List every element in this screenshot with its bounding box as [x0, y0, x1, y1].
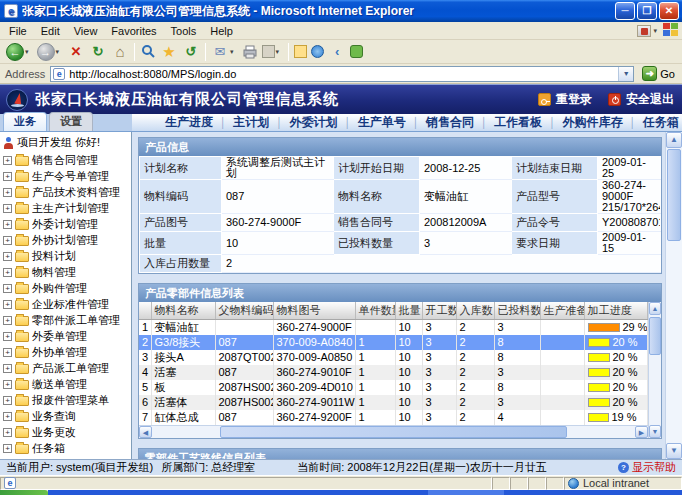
mail-caret-icon[interactable]: ▾ — [230, 48, 234, 56]
address-dropdown-button[interactable]: ▼ — [618, 67, 633, 81]
favorites-button[interactable]: ★ — [158, 41, 180, 63]
maximize-button[interactable]: ❐ — [637, 2, 657, 20]
menu-item[interactable]: Edit — [34, 24, 67, 38]
nav-link[interactable]: 外委计划 — [283, 114, 345, 131]
scroll-left-button[interactable]: ◀ — [139, 426, 152, 438]
menu-item[interactable]: View — [67, 24, 105, 38]
minimize-button[interactable]: ─ — [615, 2, 635, 20]
sidebar-tree-item[interactable]: +零部件派工单管理 — [0, 312, 131, 328]
parts-column-header[interactable]: 加工进度 — [584, 302, 648, 319]
expand-icon[interactable]: + — [3, 412, 12, 421]
nav-link[interactable]: 销售合同 — [419, 114, 481, 131]
menu-item[interactable]: Tools — [164, 24, 204, 38]
parts-column-header[interactable]: 物料名称 — [151, 302, 215, 319]
tab-business[interactable]: 业务 — [3, 112, 47, 131]
nav-link[interactable]: 主计划 — [226, 114, 276, 131]
expand-icon[interactable]: + — [3, 300, 12, 309]
menu-item[interactable]: Favorites — [104, 24, 163, 38]
sidebar-tree-item[interactable]: +销售合同管理 — [0, 152, 131, 168]
history-button[interactable]: ↺ — [180, 41, 202, 63]
addon-icon[interactable] — [637, 25, 651, 37]
sidebar-tree-item[interactable]: +业务更改 — [0, 424, 131, 440]
scroll-down-button[interactable]: ▼ — [649, 425, 661, 438]
expand-icon[interactable]: + — [3, 220, 12, 229]
expand-icon[interactable]: + — [3, 236, 12, 245]
expand-icon[interactable]: + — [3, 252, 12, 261]
sidebar-tree-item[interactable]: +外协单管理 — [0, 344, 131, 360]
relogin-button[interactable]: 重登录 — [538, 91, 592, 108]
expand-icon[interactable]: + — [3, 316, 12, 325]
parts-row[interactable]: 3接头A2087QT002370-009-A085011032820 % — [139, 350, 648, 365]
parts-column-header[interactable]: 入库数 — [456, 302, 494, 319]
title-bar[interactable]: e 张家口长城液压油缸有限公司管理信息系统 - Microsoft Intern… — [0, 0, 682, 22]
taskbar-strip[interactable] — [48, 490, 682, 495]
parts-hscroll-track[interactable] — [152, 426, 635, 438]
forward-button[interactable]: →▾ — [35, 41, 66, 63]
nav-link[interactable]: 工作看板 — [487, 114, 549, 131]
parts-row[interactable]: 6活塞体2087HS002360-274-9011W11032320 % — [139, 395, 648, 410]
parts-column-header[interactable]: 生产准备 — [540, 302, 584, 319]
expand-icon[interactable]: + — [3, 156, 12, 165]
nav-link[interactable]: 生产单号 — [351, 114, 413, 131]
parts-row[interactable]: 4活塞087360-274-9010F11032320 % — [139, 365, 648, 380]
main-scrollbar[interactable]: ▲ ▼ — [665, 132, 682, 459]
print-button[interactable] — [240, 41, 260, 63]
expand-icon[interactable]: + — [3, 444, 12, 453]
sidebar-tree-item[interactable]: +产品技术资料管理 — [0, 184, 131, 200]
expand-icon[interactable]: + — [3, 284, 12, 293]
expand-icon[interactable]: + — [3, 380, 12, 389]
start-button-fragment[interactable] — [0, 490, 48, 495]
sidebar-tree-item[interactable]: +外购件管理 — [0, 280, 131, 296]
show-help-button[interactable]: ? 显示帮助 — [618, 460, 676, 475]
taskbar-button-fragment[interactable] — [428, 490, 504, 495]
expand-icon[interactable]: + — [3, 268, 12, 277]
logout-button[interactable]: 安全退出 — [608, 91, 674, 108]
expand-icon[interactable]: + — [3, 204, 12, 213]
expand-icon[interactable]: + — [3, 396, 12, 405]
parts-column-header[interactable]: 物料图号 — [273, 302, 355, 319]
sidebar-tree-item[interactable]: +投料计划 — [0, 248, 131, 264]
stop-button[interactable]: ✕ — [65, 41, 87, 63]
parts-column-header[interactable]: 父物料编码 — [215, 302, 273, 319]
menu-item[interactable]: File — [2, 24, 34, 38]
parts-column-header[interactable]: 已投料数 — [494, 302, 540, 319]
media-button[interactable] — [309, 41, 326, 63]
sidebar-tree-item[interactable]: +外协计划管理 — [0, 232, 131, 248]
sidebar-tree-item[interactable]: +主生产计划管理 — [0, 200, 131, 216]
mail-button[interactable]: ✉▾ — [209, 41, 240, 63]
windows-taskbar[interactable] — [0, 490, 682, 495]
refresh-button[interactable]: ↻ — [87, 41, 109, 63]
addon-caret-icon[interactable]: ▾ — [653, 27, 657, 35]
sidebar-tree-item[interactable]: +报废件管理菜单 — [0, 392, 131, 408]
notes-button[interactable] — [292, 41, 309, 63]
parts-hscrollbar[interactable]: ◀ ▶ — [139, 425, 648, 438]
expand-icon[interactable]: + — [3, 332, 12, 341]
back-button[interactable]: ←▾ — [4, 41, 35, 63]
nav-link[interactable]: 外购件库存 — [556, 114, 630, 131]
home-button[interactable]: ⌂ — [109, 41, 131, 63]
scroll-right-button[interactable]: ▶ — [635, 426, 648, 438]
parts-vscroll-thumb[interactable] — [649, 317, 661, 355]
parts-vscrollbar[interactable]: ▲ ▼ — [648, 302, 661, 438]
sidebar-tree-item[interactable]: +生产令号单管理 — [0, 168, 131, 184]
expand-icon[interactable]: + — [3, 172, 12, 181]
menu-item[interactable]: Help — [203, 24, 240, 38]
main-scroll-down-button[interactable]: ▼ — [666, 443, 682, 459]
close-button[interactable]: ✕ — [659, 2, 679, 20]
sidebar-tree-item[interactable]: +产品派工单管理 — [0, 360, 131, 376]
expand-icon[interactable]: + — [3, 348, 12, 357]
forward-caret-icon[interactable]: ▾ — [56, 48, 60, 56]
sidebar-tree-item[interactable]: +物料管理 — [0, 264, 131, 280]
parts-hscroll-thumb[interactable] — [220, 426, 568, 438]
parts-row[interactable]: 2G3/8接头087370-009-A084011032820 % — [139, 335, 648, 350]
go-button[interactable]: ➜ Go — [638, 65, 679, 82]
parts-row[interactable]: 1变幅油缸360-274-9000F1032329 % — [139, 319, 648, 335]
main-scroll-up-button[interactable]: ▲ — [666, 132, 682, 148]
parts-vscroll-track[interactable] — [649, 315, 661, 425]
parts-column-header[interactable]: 单件数量 — [355, 302, 395, 319]
back-caret-icon[interactable]: ▾ — [25, 48, 29, 56]
scroll-up-button[interactable]: ▲ — [649, 302, 661, 315]
main-scroll-thumb[interactable] — [667, 149, 681, 241]
expand-icon[interactable]: + — [3, 188, 12, 197]
sidebar-tree-item[interactable]: +任务箱 — [0, 440, 131, 456]
